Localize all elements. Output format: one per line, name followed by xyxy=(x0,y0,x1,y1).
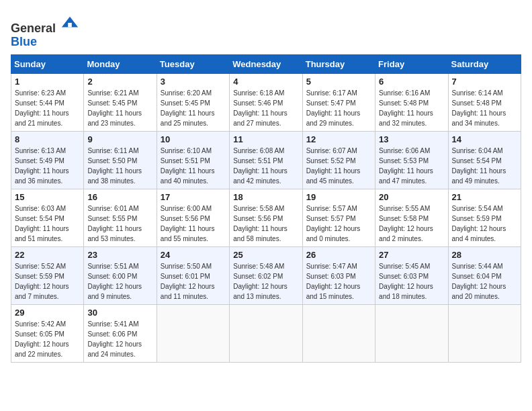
calendar-week-row: 8 Sunrise: 6:13 AM Sunset: 5:49 PM Dayli… xyxy=(11,131,521,189)
calendar-cell: 27 Sunrise: 5:45 AM Sunset: 6:03 PM Dayl… xyxy=(375,246,448,304)
sunrise-label: Sunrise: xyxy=(15,89,41,97)
sunset-value: 5:56 PM xyxy=(185,215,210,222)
day-detail: Sunrise: 6:18 AM Sunset: 5:46 PM Dayligh… xyxy=(233,88,298,128)
sunset-value: 5:48 PM xyxy=(476,99,501,107)
sunrise-value: 6:06 AM xyxy=(406,147,431,154)
sunrise-value: 6:08 AM xyxy=(260,147,285,154)
calendar-cell: 1 Sunrise: 6:23 AM Sunset: 5:44 PM Dayli… xyxy=(11,73,84,131)
sunrise-label: Sunrise: xyxy=(379,263,405,270)
calendar-cell: 29 Sunrise: 5:42 AM Sunset: 6:05 PM Dayl… xyxy=(11,304,84,362)
sunrise-label: Sunrise: xyxy=(161,89,187,97)
sunset-value: 5:57 PM xyxy=(330,215,355,222)
sunrise-value: 5:58 AM xyxy=(260,205,285,212)
sunrise-value: 6:01 AM xyxy=(114,205,139,212)
sunrise-label: Sunrise: xyxy=(379,147,405,154)
day-detail: Sunrise: 5:55 AM Sunset: 5:58 PM Dayligh… xyxy=(379,203,444,244)
calendar-cell: 22 Sunrise: 5:52 AM Sunset: 5:59 PM Dayl… xyxy=(11,246,84,304)
sunrise-label: Sunrise: xyxy=(233,89,259,97)
day-number: 24 xyxy=(161,250,226,260)
sunset-value: 5:56 PM xyxy=(258,215,283,222)
sunset-label: Sunset: xyxy=(452,157,477,165)
sunset-value: 5:51 PM xyxy=(258,157,283,165)
sunrise-label: Sunrise: xyxy=(15,320,41,328)
logo-icon xyxy=(60,13,79,32)
sunset-value: 5:54 PM xyxy=(476,157,501,165)
calendar-cell: 8 Sunrise: 6:13 AM Sunset: 5:49 PM Dayli… xyxy=(11,131,84,189)
daylight-label: Daylight: 11 hours and 36 minutes. xyxy=(15,167,69,185)
daylight-label: Daylight: 12 hours and 11 minutes. xyxy=(161,283,215,300)
sunrise-value: 5:44 AM xyxy=(478,263,503,270)
calendar-cell: 20 Sunrise: 5:55 AM Sunset: 5:58 PM Dayl… xyxy=(375,189,448,246)
sunrise-value: 6:00 AM xyxy=(187,205,212,212)
day-detail: Sunrise: 5:57 AM Sunset: 5:57 PM Dayligh… xyxy=(306,203,371,244)
calendar-cell: 3 Sunrise: 6:20 AM Sunset: 5:45 PM Dayli… xyxy=(157,73,229,131)
sunset-label: Sunset: xyxy=(15,273,40,280)
day-detail: Sunrise: 6:00 AM Sunset: 5:56 PM Dayligh… xyxy=(161,203,226,244)
day-detail: Sunrise: 6:16 AM Sunset: 5:48 PM Dayligh… xyxy=(379,88,444,128)
sunrise-label: Sunrise: xyxy=(233,205,259,212)
day-number: 13 xyxy=(379,134,444,144)
sunrise-label: Sunrise: xyxy=(161,205,187,212)
sunset-label: Sunset: xyxy=(15,99,40,107)
sunrise-value: 5:54 AM xyxy=(478,205,503,212)
day-number: 10 xyxy=(161,134,226,144)
sunset-label: Sunset: xyxy=(87,215,112,222)
daylight-label: Daylight: 12 hours and 7 minutes. xyxy=(15,283,69,300)
daylight-label: Daylight: 11 hours and 53 minutes. xyxy=(87,225,142,242)
calendar-week-row: 22 Sunrise: 5:52 AM Sunset: 5:59 PM Dayl… xyxy=(11,246,521,304)
sunrise-label: Sunrise: xyxy=(87,147,114,154)
sunrise-label: Sunrise: xyxy=(87,320,114,328)
day-number: 14 xyxy=(452,134,517,144)
daylight-label: Daylight: 12 hours and 4 minutes. xyxy=(452,225,506,242)
sunrise-label: Sunrise: xyxy=(306,263,332,270)
page-header: General Blue xyxy=(11,11,521,49)
day-detail: Sunrise: 5:52 AM Sunset: 5:59 PM Dayligh… xyxy=(15,261,80,302)
sunrise-label: Sunrise: xyxy=(452,263,478,270)
sunset-label: Sunset: xyxy=(452,99,477,107)
day-number: 3 xyxy=(161,77,226,87)
day-number: 12 xyxy=(306,134,371,144)
calendar-cell: 16 Sunrise: 6:01 AM Sunset: 5:55 PM Dayl… xyxy=(84,189,157,246)
daylight-label: Daylight: 12 hours and 22 minutes. xyxy=(15,340,69,358)
calendar-cell xyxy=(157,304,229,362)
sunrise-value: 6:17 AM xyxy=(332,89,357,97)
calendar-cell xyxy=(302,304,375,362)
daylight-label: Daylight: 11 hours and 25 minutes. xyxy=(161,109,215,127)
day-number: 27 xyxy=(379,250,444,260)
daylight-label: Daylight: 11 hours and 47 minutes. xyxy=(379,167,433,185)
calendar-cell: 9 Sunrise: 6:11 AM Sunset: 5:50 PM Dayli… xyxy=(84,131,157,189)
daylight-label: Daylight: 12 hours and 9 minutes. xyxy=(87,283,142,300)
day-detail: Sunrise: 6:01 AM Sunset: 5:55 PM Dayligh… xyxy=(87,203,152,244)
calendar-cell: 18 Sunrise: 5:58 AM Sunset: 5:56 PM Dayl… xyxy=(230,189,302,246)
sunrise-label: Sunrise: xyxy=(15,205,41,212)
calendar-header-sunday: Sunday xyxy=(11,54,84,73)
sunrise-label: Sunrise: xyxy=(452,205,478,212)
calendar-cell: 11 Sunrise: 6:08 AM Sunset: 5:51 PM Dayl… xyxy=(230,131,302,189)
sunset-value: 6:03 PM xyxy=(404,273,429,280)
sunrise-value: 5:42 AM xyxy=(41,320,66,328)
sunrise-value: 5:41 AM xyxy=(114,320,139,328)
sunset-label: Sunset: xyxy=(452,273,477,280)
calendar-cell xyxy=(375,304,448,362)
sunset-value: 5:45 PM xyxy=(185,99,210,107)
day-number: 16 xyxy=(87,192,152,202)
day-detail: Sunrise: 5:54 AM Sunset: 5:59 PM Dayligh… xyxy=(452,203,517,244)
sunrise-label: Sunrise: xyxy=(306,205,332,212)
sunrise-value: 5:50 AM xyxy=(187,263,212,270)
day-number: 11 xyxy=(233,134,298,144)
sunrise-label: Sunrise: xyxy=(15,147,41,154)
calendar-cell: 5 Sunrise: 6:17 AM Sunset: 5:47 PM Dayli… xyxy=(302,73,375,131)
sunset-label: Sunset: xyxy=(233,99,258,107)
sunset-label: Sunset: xyxy=(161,99,185,107)
calendar-cell: 15 Sunrise: 6:03 AM Sunset: 5:54 PM Dayl… xyxy=(11,189,84,246)
calendar-week-row: 15 Sunrise: 6:03 AM Sunset: 5:54 PM Dayl… xyxy=(11,189,521,246)
day-detail: Sunrise: 6:17 AM Sunset: 5:47 PM Dayligh… xyxy=(306,88,371,128)
daylight-label: Daylight: 11 hours and 27 minutes. xyxy=(233,109,287,127)
day-detail: Sunrise: 6:04 AM Sunset: 5:54 PM Dayligh… xyxy=(452,146,517,186)
day-detail: Sunrise: 6:06 AM Sunset: 5:53 PM Dayligh… xyxy=(379,146,444,186)
sunrise-value: 5:47 AM xyxy=(332,263,357,270)
day-number: 25 xyxy=(233,250,298,260)
daylight-label: Daylight: 11 hours and 49 minutes. xyxy=(452,167,506,185)
logo: General Blue xyxy=(11,13,79,49)
day-number: 8 xyxy=(15,134,80,144)
